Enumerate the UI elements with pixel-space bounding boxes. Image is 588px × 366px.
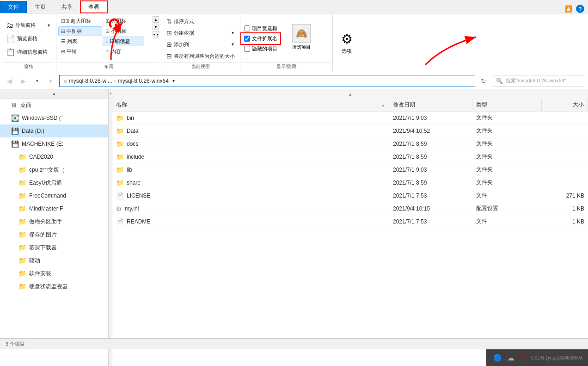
bluetooth-taskbar-icon[interactable]: 🔵 <box>493 354 502 362</box>
list-btn[interactable]: ☰ 列表 <box>58 37 102 46</box>
tab-share[interactable]: 共享 <box>54 1 80 13</box>
file-row-bin[interactable]: 📁 bin 2021/7/1 9:03 文件夹 <box>112 112 588 124</box>
sidebar-item-data[interactable]: 💾 Data (D:) <box>0 124 108 137</box>
sort-by-button[interactable]: ⇅ 排序方式 <box>163 16 238 26</box>
readme-name: README <box>127 218 150 225</box>
file-row-license[interactable]: 📄 LICENSE 2021/7/1 7:53 文件 271 KB <box>112 189 588 202</box>
bin-icon: 📁 <box>116 114 124 122</box>
col-date-header[interactable]: 修改日期 <box>389 99 472 111</box>
file-row-docs[interactable]: 📁 docs 2021/7/1 8:59 文件夹 <box>112 137 588 150</box>
large-icon-btn[interactable]: ⊞ 大图标 <box>103 16 144 26</box>
tab-view[interactable]: 查看 <box>80 1 107 13</box>
file-row-data[interactable]: 📁 Data 2021/9/4 10:52 文件夹 <box>112 124 588 137</box>
ribbon-group-current-view: ⇅ 排序方式 ⊞ 分组依据 ▼ ⊞ 添加列 ▼ ⊟ 将所有列调整为合适的大小 <box>161 15 240 71</box>
sidebar-item-mooc[interactable]: 📁 慕课下载器 <box>0 241 108 254</box>
nav-pane-button[interactable]: 🗂 导航窗格 ▼ <box>3 19 54 31</box>
detail-btn[interactable]: ≡ 详细信息 <box>103 37 144 46</box>
sidebar-item-machenike[interactable]: 💾 MACHENIKE (E: <box>0 137 108 150</box>
include-icon: 📁 <box>116 153 124 161</box>
help-icon[interactable]: ? <box>576 5 584 13</box>
easyu-icon: 📁 <box>18 179 26 186</box>
file-row-myini[interactable]: ⚙ my.ini 2021/9/4 10:15 配置设置 1 KB <box>112 202 588 215</box>
layout-scroll-down[interactable]: ▼ <box>153 24 159 30</box>
sidebar-scroll-up[interactable]: ▲ <box>52 91 56 96</box>
col-type-header[interactable]: 类型 <box>472 99 542 111</box>
group-icon: ⊞ <box>166 29 172 37</box>
layout-dropdown[interactable]: ▼▼ <box>153 31 159 37</box>
file-ext-check[interactable]: 文件扩展名 <box>242 34 279 43</box>
machenike-icon: 💾 <box>11 140 19 148</box>
tile-btn[interactable]: ⊞ 平铺 <box>58 47 102 56</box>
options-button[interactable]: ⚙ 选项 <box>337 30 356 56</box>
content-btn[interactable]: ≣ 内容 <box>103 47 144 56</box>
file-list-scroll-up[interactable]: ▲ <box>112 89 588 99</box>
file-ext-input[interactable] <box>244 36 250 42</box>
file-list-header: 名称 ▲ 修改日期 类型 大小 <box>112 99 588 112</box>
fit-icon: ⊟ <box>166 52 172 60</box>
item-count: 9 个项目 <box>6 341 25 347</box>
file-row-lib[interactable]: 📁 lib 2021/7/1 9:03 文件夹 <box>112 163 588 176</box>
hidden-items-check[interactable]: 隐藏的项目 <box>242 44 279 53</box>
back-button[interactable]: ◀ <box>4 75 15 87</box>
fit-col-button[interactable]: ⊟ 将所有列调整为合适的大小 <box>163 51 238 61</box>
sidebar-item-cpuz[interactable]: 📁 cpu-z中文版（ <box>0 163 108 176</box>
file-row-readme[interactable]: 📄 README 2021/7/1 7:53 文件 1 KB <box>112 215 588 228</box>
minimize-icon[interactable]: 🔼 <box>564 5 572 12</box>
super-large-icon-btn[interactable]: ⊞⊞ 超大图标 <box>58 16 102 26</box>
cpuz-icon: 📁 <box>18 166 26 174</box>
address-path[interactable]: » mysql-8.0.26-wi... › mysql-8.0.26-winx… <box>59 75 475 87</box>
sort-icon: ⇅ <box>166 18 172 25</box>
file-row-share[interactable]: 📁 share 2021/7/1 8:59 文件夹 <box>112 176 588 189</box>
add-col-button[interactable]: ⊞ 添加列 ▼ <box>163 39 238 50</box>
sidebar-item-aomei[interactable]: 📁 傲梅分区助手 <box>0 215 108 228</box>
ribbon-content: 🗂 导航窗格 ▼ 📄 预览窗格 📋 详细信息窗格 窗格 <box>0 13 588 73</box>
tab-file[interactable]: 文件 <box>0 1 27 13</box>
small-icon-btn[interactable]: ⊡ 小图标 <box>103 26 144 36</box>
sidebar-item-desktop[interactable]: 🖥 桌面 <box>0 99 108 112</box>
up-button[interactable]: ↑ <box>45 75 56 87</box>
hidden-items-input[interactable] <box>244 46 250 52</box>
item-checkbox-check[interactable]: 项目复选框 <box>242 24 279 33</box>
sidebar-item-easyu[interactable]: 📁 EasyU优启通 <box>0 176 108 189</box>
myini-name: my.ini <box>125 205 139 212</box>
file-row-include[interactable]: 📁 include 2021/7/1 8:59 文件夹 <box>112 150 588 163</box>
sidebar-item-saved-pics[interactable]: 📁 保存的图片 <box>0 228 108 241</box>
recent-button[interactable]: ▾ <box>31 75 43 87</box>
sidebar-item-mindmaster[interactable]: 📁 MindMaster F <box>0 202 108 215</box>
search-placeholder: 搜索"mysql-8.0.26-winx64" <box>506 77 566 84</box>
preview-icon: 📄 <box>6 34 15 43</box>
readme-icon: 📄 <box>116 218 124 225</box>
saved-pics-icon: 📁 <box>18 231 26 238</box>
sidebar-item-drivers[interactable]: 📁 驱动 <box>0 254 108 267</box>
forward-button[interactable]: ▶ <box>18 75 29 87</box>
sidebar-item-cad2020[interactable]: 📁 CAD2020 <box>0 150 108 163</box>
medium-icon-btn[interactable]: ⊟ 中图标 <box>58 26 102 36</box>
sidebar-item-hdd-monitor[interactable]: 📁 硬盘状态监视器 <box>0 280 108 293</box>
detail-pane-button[interactable]: 📋 详细信息窗格 <box>3 46 54 58</box>
preview-pane-button[interactable]: 📄 预览窗格 <box>3 32 54 45</box>
shield-taskbar-icon[interactable]: 🛡 <box>519 354 527 362</box>
col-size-header[interactable]: 大小 <box>542 99 588 111</box>
item-checkbox-input[interactable] <box>244 25 250 31</box>
sidebar-item-windows-ssd[interactable]: 💽 Windows-SSD ( <box>0 112 108 124</box>
pane-group-label: 窗格 <box>3 62 54 70</box>
layout-scroll-up[interactable]: ▲ <box>153 16 159 23</box>
options-icon: ⚙ <box>341 31 353 47</box>
watermark: CSDN @qq-1438608594 <box>531 355 582 360</box>
cloud-taskbar-icon[interactable]: ☁ <box>507 354 514 362</box>
ribbon-group-pane: 🗂 导航窗格 ▼ 📄 预览窗格 📋 详细信息窗格 窗格 <box>1 15 56 71</box>
ribbon-tabs: 文件 主页 共享 查看 🔼 ? <box>0 0 588 13</box>
group-dropdown-icon: ▼ <box>231 31 235 35</box>
tab-home[interactable]: 主页 <box>27 1 54 13</box>
sidebar-item-freecommand[interactable]: 📁 FreeCommand <box>0 189 108 202</box>
sidebar-resizer[interactable]: ▲ <box>109 89 112 366</box>
refresh-button[interactable]: ↻ <box>478 75 489 87</box>
group-by-button[interactable]: ⊞ 分组依据 ▼ <box>163 28 238 38</box>
license-icon: 📄 <box>116 192 124 199</box>
col-name-header[interactable]: 名称 ▲ <box>112 99 389 111</box>
addcol-icon: ⊞ <box>166 41 172 48</box>
data-drive-icon: 💾 <box>11 127 19 135</box>
search-box[interactable]: 🔍 搜索"mysql-8.0.26-winx64" <box>492 75 584 87</box>
current-view-label: 当前视图 <box>163 62 238 70</box>
sidebar-item-software[interactable]: 📁 软件安装 <box>0 267 108 280</box>
